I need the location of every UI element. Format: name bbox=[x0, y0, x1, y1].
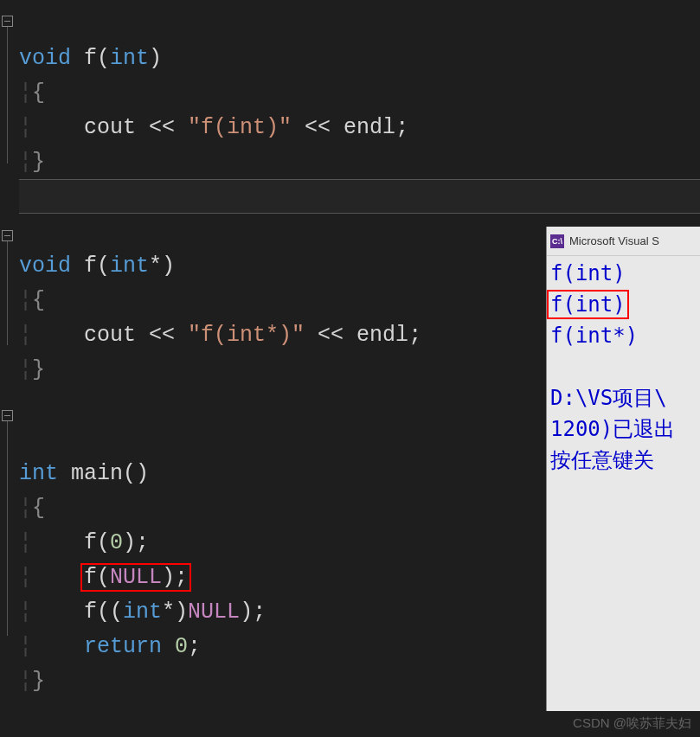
fold-box-icon[interactable] bbox=[2, 230, 13, 241]
fold-box-icon[interactable] bbox=[2, 16, 13, 27]
fold-box-icon[interactable] bbox=[2, 410, 13, 421]
console-title: Microsoft Visual S bbox=[569, 226, 659, 257]
editor-gutter bbox=[0, 0, 16, 737]
vs-console-icon: C:\ bbox=[550, 234, 564, 248]
console-titlebar[interactable]: C:\ Microsoft Visual S bbox=[547, 227, 700, 256]
highlighted-output: f(int) bbox=[547, 290, 629, 319]
watermark: CSDN @唉苏菲夫妇 bbox=[573, 715, 691, 732]
highlighted-code: f(NULL); bbox=[80, 563, 191, 592]
console-output: f(int) f(int) f(int*) D:\VS项目\ 1200)已退出 … bbox=[547, 256, 700, 477]
keyword-void: void bbox=[19, 46, 71, 71]
console-window: C:\ Microsoft Visual S f(int) f(int) f(i… bbox=[546, 227, 700, 711]
